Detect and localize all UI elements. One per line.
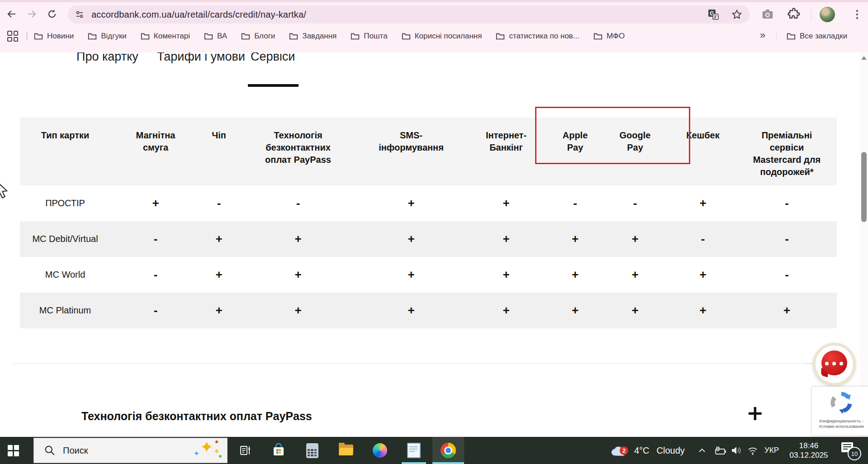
bookmark-item[interactable]: МФО <box>593 31 625 41</box>
battery-status[interactable] <box>712 437 728 464</box>
tab-tariffs[interactable]: Тарифи і умови <box>157 52 245 64</box>
bookmark-item[interactable]: Новини <box>33 31 74 41</box>
bookmark-item[interactable]: Завдання <box>289 31 337 41</box>
translate-icon[interactable]: G <box>707 9 719 20</box>
task-view-button[interactable] <box>233 437 258 464</box>
bookmark-star-icon[interactable] <box>731 9 743 20</box>
bookmark-item[interactable]: Блоги <box>241 31 275 41</box>
profile-avatar[interactable] <box>820 7 835 22</box>
network-status[interactable] <box>745 437 761 464</box>
volume-control[interactable] <box>728 437 745 464</box>
card-type-cell: MC World <box>20 270 110 280</box>
feature-cell: - <box>737 268 837 282</box>
feature-cell: - <box>110 303 201 317</box>
scrollbar-thumb[interactable] <box>861 152 867 222</box>
feature-cell: + <box>359 268 463 282</box>
notepad-running-indicator <box>402 462 426 464</box>
reload-button[interactable] <box>44 6 60 22</box>
folder-icon <box>204 31 213 41</box>
recaptcha-icon <box>829 390 854 415</box>
copilot-button[interactable] <box>367 437 393 464</box>
bookmark-label: статистика по нов... <box>509 32 579 41</box>
copilot-icon <box>373 443 387 458</box>
forward-button[interactable] <box>24 6 39 22</box>
file-explorer-button[interactable] <box>333 437 359 464</box>
site-info-icon[interactable] <box>74 9 85 20</box>
back-icon <box>6 9 17 19</box>
feature-cell: - <box>737 232 837 246</box>
notepad-button[interactable] <box>401 437 427 464</box>
column-header: Чіп <box>201 129 237 185</box>
feature-cell: + <box>463 303 549 317</box>
feature-cell: + <box>237 303 359 317</box>
copilot-sparkle-icon[interactable]: ✦✦✦ <box>195 440 221 460</box>
weather-condition-label: Cloudy <box>657 445 685 456</box>
toolbar-separator <box>811 9 811 21</box>
bookmark-label: ВА <box>217 32 227 41</box>
folder-icon <box>241 31 251 41</box>
feature-cell: - <box>669 232 737 246</box>
bookmark-label: Корисні посилання <box>415 32 482 41</box>
menu-icon[interactable] <box>849 7 865 22</box>
bookmark-item[interactable]: статистика по нов... <box>495 31 579 41</box>
microsoft-store-button[interactable] <box>266 437 291 464</box>
tray-expand-button[interactable] <box>694 437 710 464</box>
microsoft-store-icon <box>271 443 286 458</box>
services-table: Тип карткиМагнітна смугаЧіпТехнологія бе… <box>20 118 837 328</box>
recaptcha-terms[interactable]: Условия использования <box>812 424 868 429</box>
scrollbar-up-arrow[interactable] <box>861 56 867 60</box>
bookmarks-separator <box>26 32 28 40</box>
chat-widget-button[interactable] <box>813 343 856 386</box>
accordion-expand-icon[interactable]: + <box>746 401 764 425</box>
extensions-icon[interactable] <box>787 7 801 21</box>
bookmark-item[interactable]: Відгуки <box>87 31 127 41</box>
feature-cell: + <box>463 232 549 246</box>
feature-cell: + <box>201 232 237 246</box>
windows-logo-icon <box>8 445 19 456</box>
feature-cell: + <box>463 268 549 282</box>
taskbar-search-input[interactable] <box>62 445 177 456</box>
table-header-row: Тип карткиМагнітна смугаЧіпТехнологія бе… <box>20 118 837 185</box>
bookmark-item[interactable]: Корисні посилання <box>401 31 482 41</box>
bookmarks-overflow-chevron[interactable]: » <box>760 29 765 41</box>
column-header: Технологія безконтактних оплат PayPass <box>237 129 359 185</box>
page-scrollbar[interactable] <box>860 52 868 437</box>
column-header: SMS- інформування <box>359 129 463 185</box>
bookmark-item[interactable]: ВА <box>204 31 227 41</box>
apps-grid-icon[interactable] <box>7 31 18 42</box>
folder-icon <box>350 31 360 41</box>
back-button[interactable] <box>4 6 19 22</box>
bookmark-item[interactable]: Пошта <box>350 31 387 41</box>
tab-services[interactable]: Сервіси <box>251 52 295 64</box>
notification-center-button[interactable]: 10 <box>837 437 864 464</box>
highlight-rectangle <box>535 107 690 164</box>
bookmark-label: Блоги <box>254 32 275 41</box>
all-bookmarks-button[interactable]: Все закладки <box>786 26 847 46</box>
date-label: 03.12.2025 <box>789 450 828 460</box>
recaptcha-badge[interactable]: Конфиденциальность - Условия использован… <box>812 387 868 435</box>
chrome-active-indicator <box>432 462 464 464</box>
page-content: Про картку Тарифи і умови Сервіси Тип ка… <box>0 52 860 437</box>
weather-widget[interactable]: 2 4°C Cloudy <box>610 437 685 464</box>
taskbar-search-box[interactable]: ✦✦✦ <box>33 438 228 463</box>
feature-cell: + <box>669 268 737 282</box>
feature-cell: + <box>359 303 463 317</box>
recaptcha-privacy[interactable]: Конфиденциальность - <box>812 418 868 424</box>
notepad-icon <box>407 443 421 458</box>
clock-widget[interactable]: 18:46 03.12.2025 <box>784 437 834 464</box>
folder-icon <box>140 31 150 41</box>
feature-cell: + <box>463 196 549 210</box>
chrome-button[interactable] <box>432 437 464 464</box>
chat-tooltip-stub <box>804 363 813 364</box>
camera-icon[interactable] <box>761 7 774 21</box>
calculator-button[interactable] <box>299 437 325 464</box>
accordion-title[interactable]: Технологія безконтактних оплат PayPass <box>81 410 312 423</box>
url-text[interactable]: accordbank.com.ua/ua/retail/cards/credit… <box>91 9 306 20</box>
start-button[interactable] <box>0 437 26 464</box>
notification-count-badge: 10 <box>848 447 861 460</box>
bookmark-item[interactable]: Коментарі <box>140 31 190 41</box>
chat-dot <box>840 362 843 365</box>
language-indicator[interactable]: УКР <box>761 437 783 464</box>
address-bar[interactable]: accordbank.com.ua/ua/retail/cards/credit… <box>68 5 750 24</box>
tab-about-card[interactable]: Про картку <box>76 52 138 64</box>
